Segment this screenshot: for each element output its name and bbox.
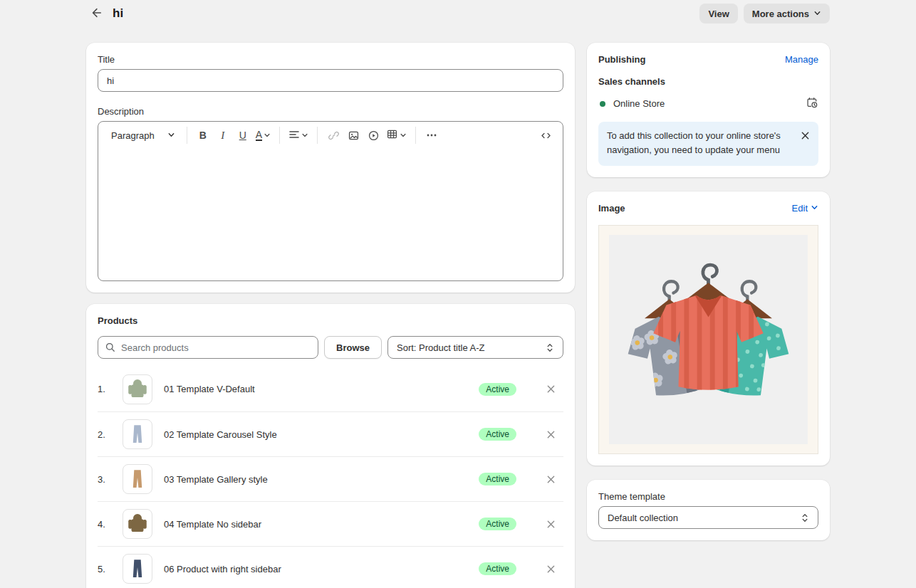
link-icon[interactable] bbox=[323, 125, 343, 145]
status-badge: Active bbox=[479, 428, 516, 441]
products-heading: Products bbox=[98, 315, 563, 326]
sort-select-value: Sort: Product title A-Z bbox=[397, 342, 485, 353]
pants-icon bbox=[125, 422, 150, 446]
remove-product-button[interactable] bbox=[543, 562, 558, 576]
title-description-card: Title Description Paragraph bbox=[86, 43, 575, 293]
description-textarea[interactable] bbox=[98, 149, 563, 280]
arrow-left-icon bbox=[90, 6, 103, 21]
channel-status-dot bbox=[600, 101, 605, 107]
product-title: 04 Template No sidebar bbox=[164, 519, 261, 530]
title-label: Title bbox=[98, 54, 563, 65]
search-products-input[interactable] bbox=[98, 336, 318, 359]
hoodie-icon bbox=[125, 512, 150, 536]
product-thumbnail bbox=[123, 374, 152, 404]
product-index: 2. bbox=[98, 429, 123, 440]
product-thumbnail bbox=[123, 509, 152, 539]
product-index: 1. bbox=[98, 384, 123, 394]
title-input[interactable] bbox=[98, 69, 563, 92]
remove-product-button[interactable] bbox=[543, 472, 558, 486]
schedule-calendar-icon[interactable] bbox=[806, 96, 818, 111]
product-thumbnail bbox=[123, 419, 152, 449]
view-button-label: View bbox=[708, 9, 729, 19]
update-menu-link[interactable]: update your menu bbox=[705, 145, 780, 155]
chevron-down-icon bbox=[400, 130, 407, 141]
product-title: 02 Template Carousel Style bbox=[164, 429, 277, 440]
chevron-down-icon bbox=[301, 130, 308, 141]
theme-template-value: Default collection bbox=[608, 513, 678, 523]
status-badge: Active bbox=[479, 383, 516, 396]
product-index: 3. bbox=[98, 474, 123, 485]
publishing-heading: Publishing bbox=[598, 54, 645, 65]
product-thumbnail bbox=[123, 464, 152, 494]
product-row: 1. 01 Template V-Defau bbox=[98, 367, 563, 411]
remove-product-button[interactable] bbox=[543, 427, 558, 441]
close-icon[interactable] bbox=[798, 129, 811, 142]
status-badge: Active bbox=[479, 562, 516, 575]
search-icon bbox=[105, 342, 116, 355]
image-card: Image Edit bbox=[587, 191, 830, 466]
select-updown-icon bbox=[801, 513, 809, 523]
topbar-actions: View More actions bbox=[699, 4, 830, 23]
info-banner: To add this collection to your online st… bbox=[598, 122, 818, 166]
paragraph-style-select[interactable]: Paragraph bbox=[105, 130, 181, 141]
italic-button[interactable]: I bbox=[213, 125, 233, 145]
edit-image-button[interactable]: Edit bbox=[792, 203, 818, 214]
toolbar-divider bbox=[415, 127, 416, 144]
status-badge: Active bbox=[479, 518, 516, 530]
product-title: 01 Template V-Default bbox=[164, 384, 255, 394]
page: hi View More actions Title Description bbox=[86, 3, 830, 588]
chevron-down-icon bbox=[811, 203, 818, 214]
text-color-button[interactable]: A bbox=[253, 125, 274, 145]
more-actions-button[interactable]: More actions bbox=[744, 4, 830, 23]
theme-template-label: Theme template bbox=[598, 491, 818, 502]
paragraph-style-label: Paragraph bbox=[111, 130, 155, 141]
more-options-icon[interactable] bbox=[422, 125, 442, 145]
remove-product-button[interactable] bbox=[543, 382, 558, 397]
status-badge: Active bbox=[479, 473, 516, 485]
chevron-down-icon bbox=[813, 9, 821, 19]
view-button[interactable]: View bbox=[699, 4, 737, 23]
manage-link[interactable]: Manage bbox=[785, 54, 818, 65]
products-card: Products Browse Sort: Product title A-Z bbox=[86, 304, 575, 588]
description-label: Description bbox=[98, 106, 563, 117]
chevron-down-icon bbox=[264, 130, 271, 141]
product-title: 06 Product with right sidebar bbox=[164, 564, 281, 574]
toolbar-divider bbox=[317, 127, 318, 144]
more-actions-label: More actions bbox=[752, 9, 809, 19]
rte-toolbar: Paragraph B I U A bbox=[98, 122, 563, 149]
product-index: 5. bbox=[98, 564, 123, 574]
remove-product-button[interactable] bbox=[543, 517, 558, 531]
product-row: 5. 06 Product with right sidebar Active bbox=[98, 546, 563, 588]
insert-table-button[interactable] bbox=[383, 125, 410, 145]
pants-icon bbox=[125, 467, 150, 491]
bold-button[interactable]: B bbox=[193, 125, 213, 145]
pants-icon bbox=[125, 557, 150, 581]
hoodie-icon bbox=[125, 377, 150, 401]
alignment-button[interactable] bbox=[286, 125, 311, 145]
channel-row: Online Store bbox=[598, 96, 818, 111]
image-heading: Image bbox=[598, 203, 625, 214]
toolbar-divider bbox=[187, 127, 187, 144]
top-bar: hi View More actions bbox=[86, 3, 830, 24]
product-list: 1. 01 Template V-Defau bbox=[98, 367, 563, 588]
browse-button[interactable]: Browse bbox=[324, 336, 382, 359]
underline-button[interactable]: U bbox=[233, 125, 253, 145]
code-view-icon[interactable] bbox=[536, 125, 556, 145]
back-button[interactable] bbox=[86, 4, 106, 23]
product-index: 4. bbox=[98, 519, 123, 530]
edit-label: Edit bbox=[792, 203, 808, 214]
product-row: 3. 03 Template Gallery style Active bbox=[98, 456, 563, 501]
insert-video-icon[interactable] bbox=[363, 125, 383, 145]
sort-select[interactable]: Sort: Product title A-Z bbox=[387, 336, 563, 359]
collection-image[interactable] bbox=[598, 225, 818, 454]
table-icon bbox=[386, 128, 398, 142]
theme-template-select[interactable]: Default collection bbox=[598, 506, 818, 529]
publishing-card: Publishing Manage Sales channels Online … bbox=[587, 43, 830, 177]
select-updown-icon bbox=[546, 342, 554, 353]
product-thumbnail bbox=[123, 554, 152, 584]
product-row: 4. 04 Template No side bbox=[98, 501, 563, 546]
toolbar-divider bbox=[279, 127, 280, 144]
insert-image-icon[interactable] bbox=[343, 125, 363, 145]
align-icon bbox=[288, 129, 300, 142]
theme-template-card: Theme template Default collection bbox=[587, 480, 830, 540]
